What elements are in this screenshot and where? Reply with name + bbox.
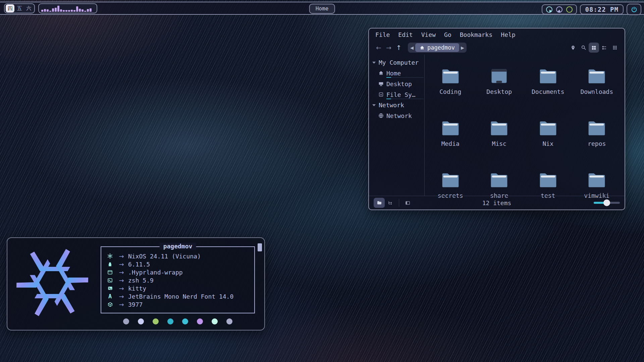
- path-scroll-left-icon[interactable]: ◀: [410, 45, 414, 50]
- menu-file[interactable]: File: [375, 31, 390, 38]
- up-button[interactable]: ↑: [394, 44, 404, 51]
- palette-dot: [212, 318, 218, 324]
- color-palette: [101, 318, 255, 324]
- visualizer-bar: [84, 11, 86, 12]
- packages-row: → 3977: [105, 300, 250, 308]
- path-segment-label: pagedmov: [427, 44, 455, 51]
- visualizer-bar: [79, 9, 81, 12]
- wm-value: .Hyprland-wrapp: [128, 269, 183, 276]
- visualizer-bar: [90, 8, 92, 12]
- visualizer-bar: [49, 11, 51, 12]
- folder-label: Coding: [439, 88, 461, 95]
- arrow-icon: →: [115, 261, 128, 268]
- zoom-slider-knob[interactable]: [603, 199, 610, 206]
- power-icon: [631, 6, 637, 13]
- back-button[interactable]: ←: [374, 44, 384, 51]
- arrow-icon: →: [115, 277, 128, 284]
- folder-item-coding[interactable]: Coding: [426, 65, 475, 117]
- network-globe-icon: [378, 113, 384, 118]
- menu-bookmarks[interactable]: Bookmarks: [460, 31, 493, 38]
- folder-item-media[interactable]: Media: [426, 117, 475, 169]
- palette-dot: [226, 318, 232, 324]
- folder-icon: [587, 169, 607, 190]
- visualizer-bar: [47, 9, 49, 12]
- fastfetch-title: pagedmov: [160, 243, 196, 250]
- palette-dot: [182, 318, 188, 324]
- arrow-icon: →: [115, 269, 128, 276]
- folder-item-documents[interactable]: Documents: [524, 65, 573, 117]
- visualizer-bar: [73, 10, 75, 12]
- visualizer-bar: [44, 9, 46, 12]
- folder-item-desktop[interactable]: Desktop: [475, 65, 524, 117]
- desktop-icon: [378, 81, 384, 86]
- font-row: A → JetBrains Mono Nerd Font 14.0: [105, 292, 250, 300]
- kernel-icon: [108, 262, 112, 267]
- compact-grid-icon: [612, 45, 617, 50]
- sidebar-section-my-computer[interactable]: My Computer: [372, 57, 424, 68]
- system-gauges: [542, 4, 577, 14]
- workspace-button-6[interactable]: 六: [24, 4, 33, 12]
- folder-item-nix[interactable]: Nix: [524, 117, 573, 169]
- font-icon: A: [108, 293, 112, 300]
- menu-view[interactable]: View: [421, 31, 436, 38]
- wm-row: → .Hyprland-wrapp: [105, 268, 250, 276]
- home-icon: [420, 45, 425, 50]
- palette-dot: [123, 318, 129, 324]
- memory-gauge-icon: [556, 6, 562, 13]
- location-pin-icon: [571, 45, 576, 50]
- kernel-value: 6.11.5: [128, 261, 150, 268]
- path-segment-home[interactable]: pagedmov: [415, 43, 459, 52]
- sidebar-item-label: Desktop: [386, 80, 412, 87]
- sidebar-section-network[interactable]: Network: [372, 100, 424, 110]
- visualizer-bar: [71, 10, 73, 12]
- workspace-button-5[interactable]: 五: [15, 4, 24, 12]
- sidebar-item-label: Home: [386, 70, 401, 77]
- search-button[interactable]: [578, 43, 589, 53]
- sidebar-item-home[interactable]: Home: [372, 68, 424, 78]
- icon-view-button[interactable]: [589, 43, 599, 53]
- folder-icon: [538, 117, 558, 138]
- folder-icon: [538, 169, 558, 190]
- folder-item-misc[interactable]: Misc: [475, 117, 524, 169]
- forward-button[interactable]: →: [384, 44, 394, 51]
- terminal-window: pagedmov → NixOS 24.11 (Vicuna) → 6.11.5…: [7, 237, 265, 330]
- menu-edit[interactable]: Edit: [398, 31, 413, 38]
- shell-value: zsh 5.9: [128, 277, 154, 284]
- folder-item-repos[interactable]: repos: [573, 117, 622, 169]
- top-bar: 四 五 六 Home 08:22 PM: [0, 2, 644, 15]
- menu-help[interactable]: Help: [501, 31, 515, 38]
- palette-dot: [138, 318, 144, 324]
- clock: 08:22 PM: [580, 4, 624, 14]
- menu-go[interactable]: Go: [444, 31, 451, 38]
- sidebar-item-filesystem[interactable]: File Sy…: [372, 89, 424, 100]
- list-view-button[interactable]: [599, 43, 609, 53]
- kernel-row: → 6.11.5: [105, 260, 250, 268]
- terminal-value: kitty: [128, 285, 146, 292]
- workspace-button-4[interactable]: 四: [6, 4, 14, 12]
- visualizer-bar: [41, 10, 43, 12]
- folder-item-downloads[interactable]: Downloads: [573, 65, 622, 117]
- power-button[interactable]: [627, 4, 641, 15]
- sidebar-item-label: Network: [386, 112, 412, 119]
- os-row: → NixOS 24.11 (Vicuna): [105, 252, 250, 260]
- filesystem-icon: [378, 92, 384, 97]
- sidebar-section-label: Network: [379, 102, 404, 109]
- visualizer-bar: [55, 8, 57, 12]
- sidebar-item-desktop[interactable]: Desktop: [372, 78, 424, 89]
- shell-icon: [107, 278, 113, 283]
- compact-view-button[interactable]: [609, 43, 620, 53]
- visualizer-bar: [60, 9, 62, 12]
- visualizer-bar: [65, 10, 67, 12]
- folder-icon: [538, 65, 558, 86]
- workspace-switcher: 四 五 六: [4, 3, 35, 13]
- folder-label: repos: [588, 140, 606, 147]
- path-scroll-right-icon[interactable]: ▶: [461, 45, 464, 50]
- zoom-slider[interactable]: [594, 202, 620, 204]
- shell-row: → zsh 5.9: [105, 276, 250, 284]
- visualizer-bar: [76, 6, 78, 12]
- places-button[interactable]: [568, 43, 578, 53]
- palette-dot: [167, 318, 173, 324]
- nixos-icon: [107, 253, 113, 259]
- sidebar-item-network[interactable]: Network: [372, 110, 424, 121]
- folder-label: Downloads: [580, 88, 613, 95]
